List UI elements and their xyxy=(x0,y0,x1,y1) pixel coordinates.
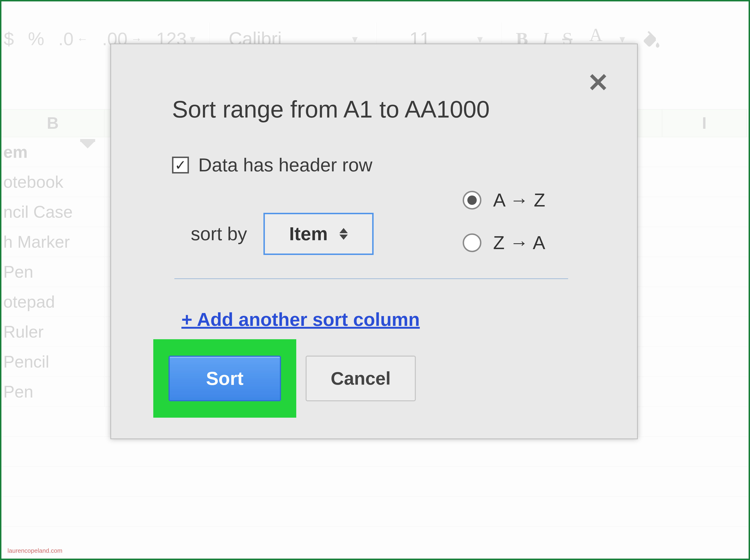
close-button[interactable]: ✕ xyxy=(587,68,609,98)
header-row-checkbox-label: Data has header row xyxy=(198,154,372,176)
sort-direction-radio-group: A → Z Z → A xyxy=(463,189,545,253)
sort-by-value: Item xyxy=(289,223,328,245)
radio-ascending-label: A → Z xyxy=(493,189,545,211)
sort-button[interactable]: Sort xyxy=(169,356,281,401)
sort-by-row: sort by Item xyxy=(191,213,374,255)
tutorial-highlight: Sort xyxy=(153,339,296,418)
close-icon: ✕ xyxy=(587,68,609,97)
sort-by-label: sort by xyxy=(191,223,247,245)
radio-descending-label: Z → A xyxy=(493,232,545,253)
cancel-button[interactable]: Cancel xyxy=(305,356,416,401)
dialog-title: Sort range from A1 to AA1000 xyxy=(172,96,490,123)
header-row-checkbox-row: ✓ Data has header row xyxy=(172,154,372,176)
add-sort-column-link[interactable]: + Add another sort column xyxy=(181,309,420,330)
stepper-icon xyxy=(339,228,348,240)
sort-by-dropdown[interactable]: Item xyxy=(263,213,374,255)
divider xyxy=(174,278,568,279)
radio-ascending-row: A → Z xyxy=(463,189,545,211)
radio-ascending[interactable] xyxy=(463,191,481,209)
watermark: laurencopeland.com xyxy=(7,547,62,554)
radio-descending-row: Z → A xyxy=(463,232,545,253)
radio-descending[interactable] xyxy=(463,233,481,252)
sort-range-dialog: ✕ Sort range from A1 to AA1000 ✓ Data ha… xyxy=(111,44,638,439)
checkmark-icon: ✓ xyxy=(175,157,186,173)
header-row-checkbox[interactable]: ✓ xyxy=(172,157,189,173)
